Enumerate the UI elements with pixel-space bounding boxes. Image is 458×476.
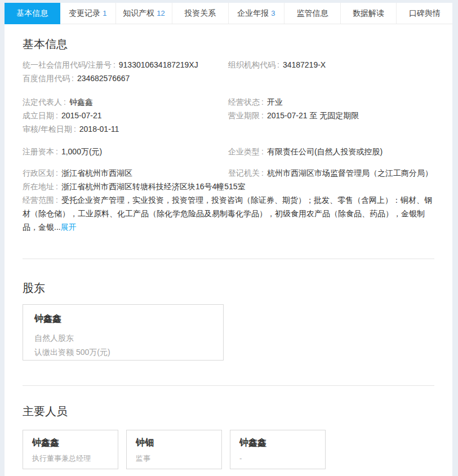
info-row-address: 所在地址:浙江省杭州市西湖区转塘科技经济区块16号4幢515室 xyxy=(23,180,434,193)
info-cell: 注册资本:1,000万(元) xyxy=(23,145,228,158)
info-cell: 营业期限:2015-07-21 至 无固定期限 xyxy=(228,109,434,122)
info-row: 百度信用代码:234682576667 xyxy=(23,72,434,85)
personnel-name: 钟鑫鑫 xyxy=(32,437,109,448)
label-separator: : xyxy=(56,168,58,177)
label-separator: : xyxy=(56,195,58,204)
info-label: 经营状态 xyxy=(228,97,260,106)
tab-basic-info[interactable]: 基本信息 xyxy=(5,3,60,24)
info-value: 234682576667 xyxy=(77,74,130,83)
info-row: 审核/年检日期:2018-01-11 xyxy=(23,122,434,136)
label-separator: : xyxy=(261,111,264,120)
section-title-shareholders: 股东 xyxy=(23,281,434,295)
tab-change-records[interactable]: 变更记录 1 xyxy=(60,3,116,24)
info-group-capital: 注册资本:1,000万(元) 企业类型:有限责任公司(自然人投资或控股) xyxy=(23,145,434,158)
info-label: 经营范围 xyxy=(23,195,54,204)
info-row: 行政区划:浙江省杭州市西湖区 登记机关:杭州市西湖区市场监督管理局（之江工商分局… xyxy=(23,166,434,180)
tab-intellectual-property[interactable]: 知识产权 12 xyxy=(115,3,172,24)
shareholder-contribution: 认缴出资额 500万(元) xyxy=(34,346,212,358)
label-separator: : xyxy=(261,168,264,177)
shareholder-type: 自然人股东 xyxy=(34,332,212,344)
label-separator: : xyxy=(113,60,115,69)
tab-annual-reports[interactable]: 企业年报 3 xyxy=(228,3,284,24)
info-value: 开业 xyxy=(267,97,283,106)
info-cell: 企业类型:有限责任公司(自然人投资或控股) xyxy=(228,145,434,158)
section-title-basic-info: 基本信息 xyxy=(23,37,434,51)
label-separator: : xyxy=(56,147,58,156)
info-label: 法定代表人 xyxy=(23,97,62,106)
info-label: 组织机构代码 xyxy=(228,60,275,69)
label-separator: : xyxy=(56,111,58,120)
info-value: 34187219-X xyxy=(283,60,326,69)
section-divider xyxy=(23,259,434,259)
info-value: 2015-07-21 xyxy=(61,111,102,120)
shareholder-name: 钟鑫鑫 xyxy=(34,313,212,325)
tab-count: 12 xyxy=(157,9,164,17)
info-label: 百度信用代码 xyxy=(23,74,70,83)
info-label: 企业类型 xyxy=(228,147,260,156)
info-label: 注册资本 xyxy=(23,147,54,156)
label-separator: : xyxy=(72,74,74,83)
tab-count: 1 xyxy=(103,9,106,17)
info-row-business-scope: 经营范围:受托企业资产管理，实业投资，投资管理，投资咨询（除证券、期货）；批发、… xyxy=(23,193,434,234)
info-cell: 审核/年检日期:2018-01-11 xyxy=(23,122,228,136)
personnel-name: 钟钿 xyxy=(136,437,212,448)
tab-investment-relations[interactable]: 投资关系 xyxy=(172,3,228,24)
personnel-role: 监事 xyxy=(136,454,212,463)
tab-label: 监管信息 xyxy=(296,8,328,19)
info-value: 9133010634187219XJ xyxy=(119,60,198,69)
info-value: 1,000万(元) xyxy=(61,147,102,156)
info-label: 成立日期 xyxy=(23,111,54,120)
label-separator: : xyxy=(56,182,58,191)
info-label: 行政区划 xyxy=(23,168,54,177)
legal-representative-name: 钟鑫鑫 xyxy=(69,97,93,106)
personnel-card[interactable]: 钟鑫鑫 - xyxy=(230,430,326,469)
company-address: 浙江省杭州市西湖区转塘科技经济区块16号4幢515室 xyxy=(61,182,246,191)
personnel-card-list: 钟鑫鑫 执行董事兼总经理 钟钿 监事 钟鑫鑫 - xyxy=(23,430,434,469)
info-row: 成立日期:2015-07-21 营业期限:2015-07-21 至 无固定期限 xyxy=(23,109,434,122)
tab-bar: 基本信息 变更记录 1 知识产权 12 投资关系 企业年报 3 监管信息 数据解… xyxy=(5,3,452,24)
business-scope-text: 受托企业资产管理，实业投资，投资管理，投资咨询（除证券、期货）；批发、零售（含网… xyxy=(23,195,432,232)
info-cell: 经营状态:开业 xyxy=(228,95,434,109)
tab-public-opinion[interactable]: 口碑舆情 xyxy=(396,3,452,24)
info-cell: 统一社会信用代码/注册号:9133010634187219XJ xyxy=(23,58,228,72)
info-cell: 百度信用代码:234682576667 xyxy=(23,72,228,85)
personnel-card[interactable]: 钟钿 监事 xyxy=(126,430,222,469)
info-label: 营业期限 xyxy=(228,111,260,120)
company-profile-panel: 基本信息 变更记录 1 知识产权 12 投资关系 企业年报 3 监管信息 数据解… xyxy=(5,3,452,476)
tab-label: 变更记录 xyxy=(69,8,100,19)
info-cell: 行政区划:浙江省杭州市西湖区 xyxy=(23,166,228,180)
info-row: 统一社会信用代码/注册号:9133010634187219XJ 组织机构代码:3… xyxy=(23,58,434,72)
label-separator: : xyxy=(261,147,264,156)
info-cell: 组织机构代码:34187219-X xyxy=(228,58,434,72)
info-value: 2015-07-21 至 无固定期限 xyxy=(267,111,359,120)
info-row: 法定代表人:钟鑫鑫 经营状态:开业 xyxy=(23,95,434,109)
personnel-card[interactable]: 钟鑫鑫 执行董事兼总经理 xyxy=(23,430,118,469)
info-group-location-scope: 行政区划:浙江省杭州市西湖区 登记机关:杭州市西湖区市场监督管理局（之江工商分局… xyxy=(23,166,434,234)
tab-label: 数据解读 xyxy=(353,8,384,19)
section-title-key-personnel: 主要人员 xyxy=(23,404,434,419)
label-separator: : xyxy=(261,97,264,106)
tab-label: 企业年报 xyxy=(237,8,269,19)
tab-label: 口碑舆情 xyxy=(409,8,441,19)
info-label: 所在地址 xyxy=(23,182,54,191)
tab-count: 3 xyxy=(271,9,275,17)
tab-data-interpretation[interactable]: 数据解读 xyxy=(340,3,397,24)
info-label: 审核/年检日期 xyxy=(23,124,72,134)
personnel-role: - xyxy=(239,454,316,463)
label-separator: : xyxy=(277,60,279,69)
expand-link[interactable]: 展开 xyxy=(61,223,77,232)
info-cell: 登记机关:杭州市西湖区市场监督管理局（之江工商分局） xyxy=(228,166,434,180)
label-separator: : xyxy=(74,124,76,134)
personnel-role: 执行董事兼总经理 xyxy=(32,454,109,463)
label-separator: : xyxy=(64,97,66,106)
tab-regulatory-info[interactable]: 监管信息 xyxy=(284,3,340,24)
personnel-name: 钟鑫鑫 xyxy=(239,437,316,448)
info-value: 有限责任公司(自然人投资或控股) xyxy=(267,147,383,156)
info-value: 浙江省杭州市西湖区 xyxy=(61,168,132,177)
info-label: 登记机关 xyxy=(228,168,260,177)
shareholder-card[interactable]: 钟鑫鑫 自然人股东 认缴出资额 500万(元) xyxy=(23,304,224,361)
info-group-registration: 法定代表人:钟鑫鑫 经营状态:开业 成立日期:2015-07-21 营业期限:2… xyxy=(23,95,434,136)
info-cell: 法定代表人:钟鑫鑫 xyxy=(23,95,228,109)
info-value: 杭州市西湖区市场监督管理局（之江工商分局） xyxy=(267,168,433,177)
info-value: 2018-01-11 xyxy=(79,124,119,134)
